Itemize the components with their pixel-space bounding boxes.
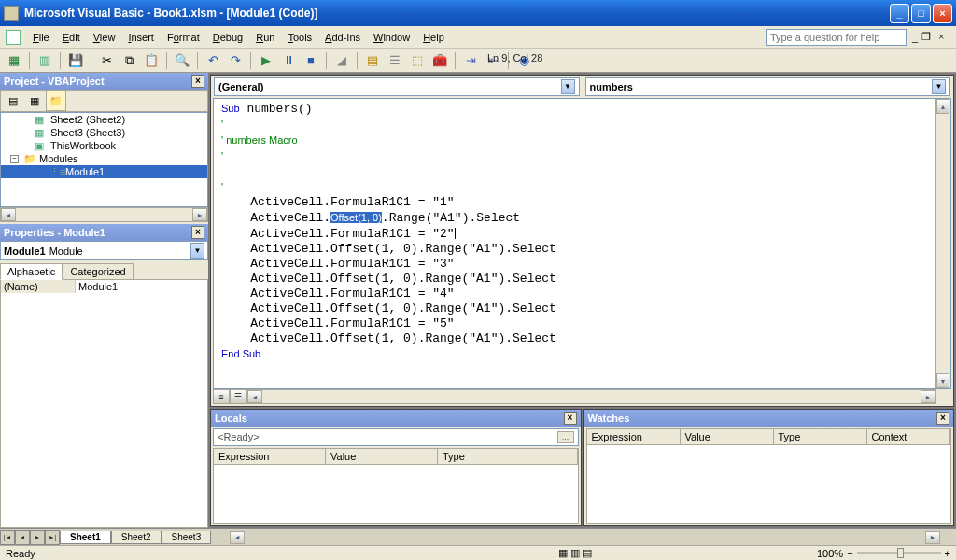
page-break-icon[interactable]: ▤: [583, 547, 592, 559]
tree-item[interactable]: ▦Sheet3 (Sheet3): [1, 126, 207, 139]
tree-item[interactable]: −📁Modules: [1, 152, 207, 165]
properties-object-combo[interactable]: Module1 Module ▼: [0, 241, 208, 260]
reset-icon[interactable]: ■: [301, 50, 321, 71]
project-explorer-icon[interactable]: ▤: [362, 50, 383, 71]
locals-close[interactable]: ×: [564, 412, 577, 425]
scroll-left-icon[interactable]: ◄: [247, 390, 262, 403]
locals-more-button[interactable]: ...: [557, 431, 574, 443]
scroll-left-icon[interactable]: ◄: [230, 531, 245, 544]
properties-panel-close[interactable]: ×: [191, 226, 204, 239]
col-value[interactable]: Value: [681, 429, 774, 444]
properties-grid[interactable]: (Name) Module1: [0, 279, 208, 528]
code-hscroll[interactable]: ◄ ►: [246, 389, 936, 404]
scroll-left-icon[interactable]: ◄: [1, 208, 16, 221]
page-layout-icon[interactable]: ▥: [570, 547, 580, 559]
col-context[interactable]: Context: [867, 429, 951, 444]
object-browser-icon[interactable]: ⬚: [407, 50, 428, 71]
minimize-button[interactable]: _: [890, 4, 909, 23]
scroll-up-icon[interactable]: ▲: [936, 99, 949, 114]
menu-window[interactable]: Window: [367, 30, 416, 45]
procedure-combo[interactable]: numbers ▼: [585, 77, 951, 96]
scroll-down-icon[interactable]: ▼: [936, 373, 949, 388]
resize-grip[interactable]: [936, 389, 951, 404]
excel-hscroll[interactable]: ◄ ►: [230, 531, 940, 544]
col-expression[interactable]: Expression: [587, 429, 681, 444]
tab-nav-prev[interactable]: ◄: [15, 530, 30, 545]
procedure-view-icon[interactable]: ≡: [213, 389, 230, 404]
menu-run[interactable]: Run: [249, 30, 281, 45]
tab-order-icon[interactable]: ⇥: [460, 50, 481, 71]
scroll-right-icon[interactable]: ►: [192, 208, 207, 221]
tree-item[interactable]: ⋮≡Module1: [1, 165, 207, 178]
zoom-in-button[interactable]: +: [945, 548, 950, 559]
mdi-close[interactable]: ×: [938, 31, 950, 43]
dropdown-icon[interactable]: ▼: [561, 79, 575, 94]
help-search-input[interactable]: [766, 29, 907, 46]
maximize-button[interactable]: □: [911, 4, 931, 23]
menu-addins[interactable]: Add-Ins: [318, 30, 367, 45]
project-panel-close[interactable]: ×: [191, 75, 204, 88]
project-hscroll[interactable]: ◄ ►: [0, 207, 208, 222]
locals-grid[interactable]: Expression Value Type: [213, 448, 579, 524]
toggle-folders-icon[interactable]: 📁: [46, 91, 66, 111]
menu-view[interactable]: View: [87, 30, 122, 45]
view-code-icon[interactable]: ▤: [3, 91, 23, 111]
property-row[interactable]: (Name) Module1: [1, 280, 207, 293]
design-mode-icon[interactable]: ◢: [331, 50, 352, 71]
sheet-tab-3[interactable]: Sheet3: [162, 531, 212, 544]
mdi-minimize[interactable]: _: [912, 32, 918, 43]
tab-nav-next[interactable]: ►: [30, 530, 45, 545]
sheet-tab-1[interactable]: Sheet1: [60, 531, 111, 544]
col-expression[interactable]: Expression: [214, 449, 326, 464]
run-icon[interactable]: ▶: [256, 50, 276, 71]
menu-edit[interactable]: Edit: [56, 30, 87, 45]
code-editor[interactable]: Sub numbers() ' ' numbers Macro ' ' Acti…: [214, 99, 935, 388]
menu-debug[interactable]: Debug: [206, 30, 249, 45]
tab-nav-last[interactable]: ►|: [45, 530, 60, 545]
col-value[interactable]: Value: [326, 449, 438, 464]
watches-close[interactable]: ×: [936, 412, 949, 425]
object-combo[interactable]: (General) ▼: [214, 77, 580, 96]
mdi-restore[interactable]: ❐: [921, 31, 931, 43]
tree-item[interactable]: ▦Sheet2 (Sheet2): [1, 113, 207, 126]
undo-icon[interactable]: ↶: [203, 50, 223, 71]
tree-item[interactable]: ▣ThisWorkbook: [1, 139, 207, 152]
toolbox-icon[interactable]: 🧰: [429, 50, 450, 71]
redo-icon[interactable]: ↷: [225, 50, 246, 71]
tab-categorized[interactable]: Categorized: [63, 263, 133, 280]
break-icon[interactable]: ⏸: [278, 50, 299, 71]
col-type[interactable]: Type: [438, 449, 578, 464]
menu-tools[interactable]: Tools: [281, 30, 318, 45]
tab-alphabetic[interactable]: Alphabetic: [0, 263, 63, 280]
insert-module-icon[interactable]: ▥: [35, 50, 55, 71]
cut-icon[interactable]: ✂: [96, 50, 117, 71]
menu-help[interactable]: Help: [416, 30, 451, 45]
col-type[interactable]: Type: [774, 429, 867, 444]
close-button[interactable]: ×: [933, 4, 952, 23]
project-tree[interactable]: ▦Sheet2 (Sheet2)▦Sheet3 (Sheet3)▣ThisWor…: [0, 112, 208, 207]
expand-icon[interactable]: −: [10, 155, 19, 163]
zoom-slider[interactable]: [857, 552, 941, 554]
zoom-out-button[interactable]: −: [847, 548, 852, 559]
find-icon[interactable]: 🔍: [172, 50, 192, 71]
paste-icon[interactable]: 📋: [141, 50, 162, 71]
scroll-right-icon[interactable]: ►: [921, 390, 935, 403]
view-object-icon[interactable]: ▦: [24, 91, 45, 111]
code-vscroll[interactable]: ▲ ▼: [935, 99, 950, 388]
dropdown-icon[interactable]: ▼: [190, 243, 204, 259]
watches-grid[interactable]: Expression Value Type Context: [586, 428, 952, 524]
menu-file[interactable]: File: [26, 30, 56, 45]
view-excel-icon[interactable]: ▦: [4, 50, 24, 71]
copy-icon[interactable]: ⧉: [119, 50, 139, 71]
sheet-tab-2[interactable]: Sheet2: [111, 531, 162, 544]
menu-format[interactable]: Format: [161, 30, 206, 45]
dropdown-icon[interactable]: ▼: [932, 79, 946, 94]
properties-window-icon[interactable]: ☰: [385, 50, 405, 71]
menu-insert[interactable]: Insert: [121, 30, 161, 45]
normal-view-icon[interactable]: ▦: [558, 547, 568, 559]
zoom-level[interactable]: 100%: [817, 548, 843, 559]
scroll-right-icon[interactable]: ►: [925, 531, 940, 544]
save-icon[interactable]: 💾: [65, 50, 86, 71]
full-module-view-icon[interactable]: ☰: [230, 389, 246, 404]
tab-nav-first[interactable]: |◄: [0, 530, 15, 545]
